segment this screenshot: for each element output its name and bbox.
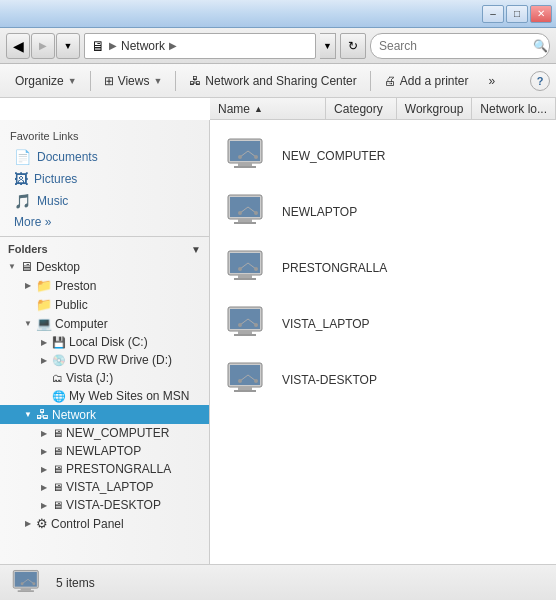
maximize-button[interactable]: □ [506,5,528,23]
vista-laptop-icon: 🖥 [52,481,63,493]
status-icon [10,568,46,598]
close-button[interactable]: ✕ [530,5,552,23]
svg-point-13 [254,211,258,215]
computer-label: Computer [55,317,108,331]
network-label: Network [52,408,96,422]
tree-item-new-computer[interactable]: ▶ 🖥 NEW_COMPUTER [0,424,209,442]
tree-item-dvd[interactable]: ▶ 💿 DVD RW Drive (D:) [0,351,209,369]
search-icon[interactable]: 🔍 [533,39,548,53]
search-input[interactable] [379,39,529,53]
add-printer-button[interactable]: 🖨 Add a printer [375,68,478,94]
tree-item-desktop[interactable]: ▼ 🖥 Desktop [0,257,209,276]
toggle-control-panel: ▶ [20,519,36,528]
network-item-newlaptop[interactable]: NEWLAPTOP [218,184,548,240]
network-item-prestongralla[interactable]: PRESTONGRALLA [218,240,548,296]
documents-icon: 📄 [14,149,31,165]
new-computer-large-icon [224,136,272,176]
toolbar-separator-1 [90,71,91,91]
tree-item-prestongralla[interactable]: ▶ 🖥 PRESTONGRALLA [0,460,209,478]
dvd-icon: 💿 [52,354,66,367]
network-icon: 🖧 [36,407,49,422]
tree-item-preston[interactable]: ▶ 📁 Preston [0,276,209,295]
address-dropdown[interactable]: ▼ [320,33,336,59]
vista-j-label: Vista (J:) [66,371,113,385]
organize-label: Organize [15,74,64,88]
svg-point-21 [254,267,258,271]
prestongralla-icon: 🖥 [52,463,63,475]
svg-rect-2 [238,163,252,166]
views-button[interactable]: ⊞ Views ▼ [95,68,172,94]
toggle-vista-laptop: ▶ [36,483,52,492]
svg-rect-34 [238,387,252,390]
newlaptop-name: NEWLAPTOP [282,205,357,219]
toolbar-separator-3 [370,71,371,91]
minimize-button[interactable]: – [482,5,504,23]
tree-item-computer[interactable]: ▼ 💻 Computer [0,314,209,333]
network-location-column-header[interactable]: Network lo... [472,98,556,119]
tree-item-vista-j[interactable]: ▶ 🗂 Vista (J:) [0,369,209,387]
svg-rect-42 [21,588,31,590]
forward-button[interactable]: ▶ [31,33,55,59]
toggle-preston: ▶ [20,281,36,290]
toggle-computer: ▼ [20,319,36,328]
tree-item-vista-laptop[interactable]: ▶ 🖥 VISTA_LAPTOP [0,478,209,496]
newlaptop-icon: 🖥 [52,445,63,457]
vista-laptop-name: VISTA_LAPTOP [282,317,370,331]
toggle-new-computer: ▶ [36,429,52,438]
network-sharing-button[interactable]: 🖧 Network and Sharing Center [180,68,365,94]
prestongralla-large-icon [224,248,272,288]
vista-desktop-icon: 🖥 [52,499,63,511]
network-item-vista-desktop[interactable]: VISTA-DESKTOP [218,352,548,408]
folders-header[interactable]: Folders ▼ [0,236,209,257]
tree-item-newlaptop[interactable]: ▶ 🖥 NEWLAPTOP [0,442,209,460]
prestongralla-label: PRESTONGRALLA [66,462,171,476]
printer-icon: 🖨 [384,74,396,88]
vista-desktop-label: VISTA-DESKTOP [66,498,161,512]
workgroup-column-header[interactable]: Workgroup [397,98,472,119]
svg-point-31 [238,323,242,327]
computer-icon: 💻 [36,316,52,331]
favorite-links-header: Favorite Links [0,128,209,146]
network-item-vista-laptop[interactable]: VISTA_LAPTOP [218,296,548,352]
new-computer-label: NEW_COMPUTER [66,426,169,440]
tree-item-control-panel[interactable]: ▶ ⚙ Control Panel [0,514,209,533]
network-item-new-computer[interactable]: NEW_COMPUTER [218,128,548,184]
tree-item-network[interactable]: ▼ 🖧 Network [0,405,209,424]
svg-rect-18 [238,275,252,278]
sidebar-item-music[interactable]: 🎵 Music [0,190,209,212]
tree-item-msn[interactable]: ▶ 🌐 My Web Sites on MSN [0,387,209,405]
more-toolbar-button[interactable]: » [479,68,504,94]
vista-laptop-large-icon [224,304,272,344]
sidebar-item-documents[interactable]: 📄 Documents [0,146,209,168]
sidebar-item-pictures[interactable]: 🖼 Pictures [0,168,209,190]
address-field[interactable]: 🖥 ▶ Network ▶ [84,33,316,59]
svg-point-47 [21,582,24,585]
tree-item-vista-desktop[interactable]: ▶ 🖥 VISTA-DESKTOP [0,496,209,514]
public-icon: 📁 [36,297,52,312]
category-column-header[interactable]: Category [326,98,397,119]
search-box[interactable]: 🔍 [370,33,550,59]
toggle-local-disk: ▶ [36,338,52,347]
svg-point-37 [254,379,258,383]
svg-rect-26 [238,331,252,334]
status-item-count: 5 items [56,576,95,590]
recent-button[interactable]: ▼ [56,33,80,59]
svg-point-39 [238,379,242,383]
dvd-label: DVD RW Drive (D:) [69,353,172,367]
svg-rect-10 [238,219,252,222]
folders-label: Folders [8,243,48,255]
title-bar: – □ ✕ [0,0,556,28]
more-favorites-link[interactable]: More » [0,212,209,232]
content-area: NEW_COMPUTER NEWLAPTOP [210,120,556,564]
help-button[interactable]: ? [530,71,550,91]
public-label: Public [55,298,88,312]
tree-item-public[interactable]: ▶ 📁 Public [0,295,209,314]
vista-laptop-label: VISTA_LAPTOP [66,480,154,494]
new-computer-icon: 🖥 [52,427,63,439]
organize-button[interactable]: Organize ▼ [6,68,86,94]
back-button[interactable]: ◀ [6,33,30,59]
tree-item-local-disk[interactable]: ▶ 💾 Local Disk (C:) [0,333,209,351]
name-column-header[interactable]: Name ▲ [210,98,326,119]
title-bar-buttons: – □ ✕ [482,5,552,23]
refresh-button[interactable]: ↻ [340,33,366,59]
